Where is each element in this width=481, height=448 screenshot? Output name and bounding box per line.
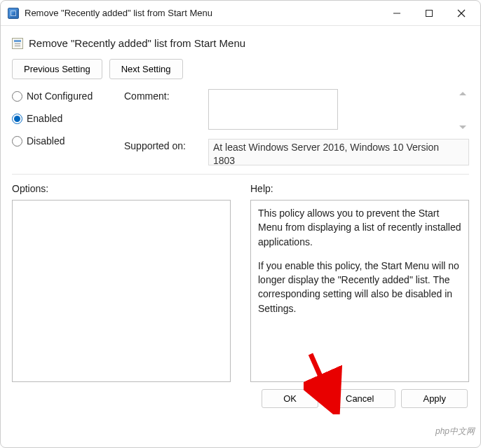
radio-not-configured-input[interactable] xyxy=(12,91,22,102)
window-controls xyxy=(381,3,477,24)
options-label: Options: xyxy=(12,180,231,200)
page-title: Remove "Recently added" list from Start … xyxy=(29,37,245,49)
radio-disabled-input[interactable] xyxy=(12,136,22,147)
config-row: Not Configured Enabled Disabled Comment: xyxy=(8,89,473,165)
nav-row: Previous Setting Next Setting xyxy=(8,56,473,89)
state-radios: Not Configured Enabled Disabled xyxy=(12,89,124,165)
page-header: Remove "Recently added" list from Start … xyxy=(8,34,473,56)
lower-panels: Options: Help: This policy allows you to… xyxy=(8,180,473,382)
comment-input[interactable] xyxy=(208,89,338,130)
content-area: Remove "Recently added" list from Start … xyxy=(1,26,480,415)
scroll-up-icon[interactable] xyxy=(459,92,466,95)
cancel-button[interactable]: Cancel xyxy=(324,389,395,408)
watermark: php中文网 xyxy=(435,426,475,437)
help-paragraph: If you enable this policy, the Start Men… xyxy=(258,259,461,315)
ok-button[interactable]: OK xyxy=(262,389,318,408)
svg-rect-1 xyxy=(426,10,433,16)
window-title: Remove "Recently added" list from Start … xyxy=(25,8,381,18)
options-column: Options: xyxy=(12,180,231,382)
titlebar: Remove "Recently added" list from Start … xyxy=(1,1,480,26)
comment-row: Comment: xyxy=(124,89,469,132)
supported-row: Supported on: At least Windows Server 20… xyxy=(124,139,469,165)
footer-buttons: OK Cancel Apply xyxy=(8,382,473,408)
policy-icon xyxy=(12,38,23,49)
minimize-button[interactable] xyxy=(381,3,413,24)
radio-enabled[interactable]: Enabled xyxy=(12,113,124,124)
radio-disabled[interactable]: Disabled xyxy=(12,135,124,147)
supported-value: At least Windows Server 2016, Windows 10… xyxy=(208,139,469,165)
apply-button[interactable]: Apply xyxy=(401,389,468,408)
help-label: Help: xyxy=(250,180,469,200)
radio-enabled-label: Enabled xyxy=(27,113,62,124)
divider xyxy=(12,174,469,175)
close-button[interactable] xyxy=(445,3,477,24)
fields: Comment: Supported on: At least Windows … xyxy=(124,89,469,165)
radio-not-configured-label: Not Configured xyxy=(27,90,93,102)
help-column: Help: This policy allows you to prevent … xyxy=(250,180,469,382)
radio-disabled-label: Disabled xyxy=(27,135,65,147)
options-box[interactable] xyxy=(12,200,231,382)
app-icon xyxy=(8,8,19,19)
help-box[interactable]: This policy allows you to prevent the St… xyxy=(250,200,469,382)
comment-label: Comment: xyxy=(124,89,208,102)
maximize-button[interactable] xyxy=(413,3,445,24)
previous-setting-button[interactable]: Previous Setting xyxy=(12,59,102,79)
supported-label: Supported on: xyxy=(124,139,208,151)
radio-not-configured[interactable]: Not Configured xyxy=(12,90,124,102)
help-paragraph: This policy allows you to prevent the St… xyxy=(258,206,461,249)
next-setting-button[interactable]: Next Setting xyxy=(109,59,183,79)
scroll-down-icon[interactable] xyxy=(459,125,466,129)
radio-enabled-input[interactable] xyxy=(12,114,22,124)
